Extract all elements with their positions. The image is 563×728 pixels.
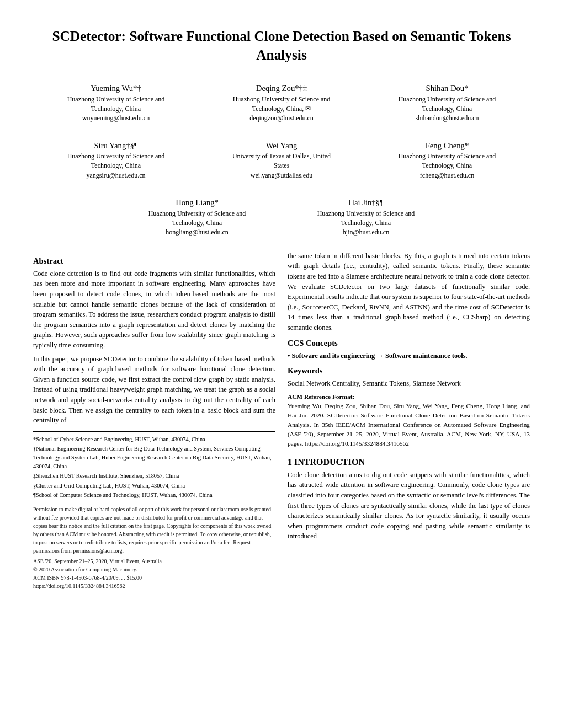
author-7-affil1: Huazhong University of Science and <box>115 209 279 218</box>
permissions-area: Permission to make digital or hard copie… <box>33 505 275 590</box>
author-3-name: Shihan Dou* <box>367 83 528 94</box>
page-title: SCDetector: Software Functional Clone De… <box>33 26 530 64</box>
ccs-heading: CCS Concepts <box>288 339 530 348</box>
author-8: Hai Jin†§¶ Huazhong University of Scienc… <box>282 194 450 240</box>
author-4-affil1: Huazhong University of Science and <box>35 152 196 161</box>
author-6: Feng Cheng* Huazhong University of Scien… <box>364 137 530 184</box>
author-4-email: yangsiru@hust.edu.cn <box>35 171 196 180</box>
authors-row-2: Siru Yang†§¶ Huazhong University of Scie… <box>33 137 530 184</box>
abstract-p1: Code clone detection is to find out code… <box>33 269 275 351</box>
author-7-affil2: Technology, China <box>115 218 279 228</box>
footnote-2: †National Engineering Research Center fo… <box>33 445 275 470</box>
main-content: Abstract Code clone detection is to find… <box>33 251 530 590</box>
authors-row-1: Yueming Wu*† Huazhong University of Scie… <box>33 79 530 126</box>
intro-heading: 1 INTRODUCTION <box>288 457 530 467</box>
authors-row-3: Hong Liang* Huazhong University of Scien… <box>113 194 450 240</box>
keywords-heading: Keywords <box>288 366 530 376</box>
author-1-name: Yueming Wu*† <box>35 83 196 94</box>
left-column: Abstract Code clone detection is to find… <box>33 251 275 590</box>
permissions-text-5: https://doi.org/10.1145/3324884.3416562 <box>33 582 275 590</box>
author-3-affil2: Technology, China <box>367 104 528 114</box>
author-8-email: hjin@hust.edu.cn <box>284 228 448 237</box>
author-5-affil2: States <box>201 161 362 170</box>
keywords-body: Social Network Centrality, Semantic Toke… <box>288 378 530 389</box>
author-8-name: Hai Jin†§¶ <box>284 197 448 208</box>
permissions-text-2: ASE '20, September 21–25, 2020, Virtual … <box>33 557 275 565</box>
author-7-email: hongliang@hust.edu.cn <box>115 228 279 237</box>
author-6-email: fcheng@hust.edu.cn <box>367 171 528 180</box>
author-2-email: deqingzou@hust.edu.cn <box>201 114 362 123</box>
author-3-affil1: Huazhong University of Science and <box>367 95 528 104</box>
abstract-heading: Abstract <box>33 256 275 266</box>
author-2-name: Deqing Zou*†‡ <box>201 83 362 94</box>
author-5-name: Wei Yang <box>201 140 362 152</box>
author-5-email: wei.yang@utdallas.edu <box>201 171 362 180</box>
author-3: Shihan Dou* Huazhong University of Scien… <box>364 79 530 126</box>
footnote-1: *School of Cyber Science and Engineering… <box>33 435 275 444</box>
intro-p1: Code clone detection aims to dig out cod… <box>288 470 530 542</box>
acm-ref-body: Yueming Wu, Deqing Zou, Shihan Dou, Siru… <box>288 402 530 448</box>
abstract-p2: In this paper, we propose SCDetector to … <box>33 354 275 426</box>
permissions-text-4: ACM ISBN 978-1-4503-6768-4/20/09. . . $1… <box>33 574 275 582</box>
footnote-5: ¶School of Computer Science and Technolo… <box>33 491 275 500</box>
right-column: the same token in different basic blocks… <box>288 251 530 590</box>
author-2: Deqing Zou*†‡ Huazhong University of Sci… <box>199 79 364 126</box>
author-6-affil1: Huazhong University of Science and <box>367 152 528 161</box>
footnotes-area: *School of Cyber Science and Engineering… <box>33 431 275 500</box>
footnote-3: ‡Shenzhen HUST Research Institute, Shenz… <box>33 472 275 480</box>
author-4: Siru Yang†§¶ Huazhong University of Scie… <box>33 137 199 184</box>
author-7: Hong Liang* Huazhong University of Scien… <box>113 194 282 240</box>
author-2-affil1: Huazhong University of Science and <box>201 95 362 104</box>
author-6-name: Feng Cheng* <box>367 140 528 152</box>
author-3-email: shihandou@hust.edu.cn <box>367 114 528 123</box>
permissions-text-3: © 2020 Association for Computing Machine… <box>33 565 275 574</box>
author-1-affil2: Technology, China <box>35 104 196 114</box>
author-1: Yueming Wu*† Huazhong University of Scie… <box>33 79 199 126</box>
author-8-affil2: Technology, China <box>284 218 448 228</box>
acm-ref-heading: ACM Reference Format: <box>288 393 530 400</box>
author-8-affil1: Huazhong University of Science and <box>284 209 448 218</box>
author-4-name: Siru Yang†§¶ <box>35 140 196 152</box>
author-5-affil1: University of Texas at Dallas, United <box>201 152 362 161</box>
author-4-affil2: Technology, China <box>35 161 196 170</box>
author-5: Wei Yang University of Texas at Dallas, … <box>199 137 364 184</box>
author-1-affil1: Huazhong University of Science and <box>35 95 196 104</box>
right-col-p1: the same token in different basic blocks… <box>288 251 530 333</box>
ccs-body: • Software and its engineering → Softwar… <box>288 351 530 361</box>
author-1-email: wuyueming@hust.edu.cn <box>35 114 196 123</box>
author-7-name: Hong Liang* <box>115 197 279 208</box>
permissions-text-1: Permission to make digital or hard copie… <box>33 505 275 555</box>
author-6-affil2: Technology, China <box>367 161 528 170</box>
footnote-4: §Cluster and Grid Computing Lab, HUST, W… <box>33 481 275 490</box>
author-2-affil2: Technology, China, ✉ <box>201 104 362 114</box>
